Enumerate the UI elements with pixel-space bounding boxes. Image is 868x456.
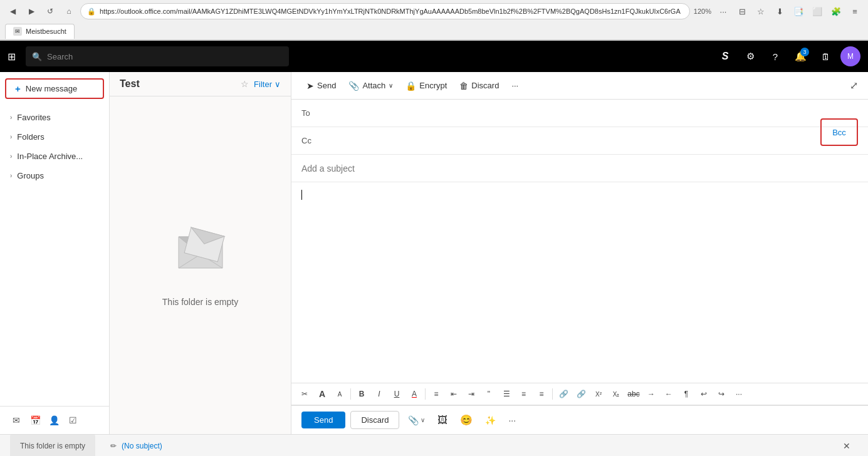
magic-button[interactable]: ✨: [481, 413, 499, 428]
indent-button[interactable]: ⇥: [463, 386, 479, 402]
bookmark-star-icon[interactable]: ☆: [753, 3, 769, 19]
refresh-button[interactable]: ↺: [43, 4, 58, 19]
empty-folder-area: This folder is empty: [110, 96, 291, 434]
bold-button[interactable]: B: [353, 386, 370, 402]
filter-button[interactable]: Filter ∨: [254, 80, 281, 89]
underline-button[interactable]: U: [389, 386, 405, 402]
pocket-icon[interactable]: ⊟: [734, 3, 750, 19]
outdent-button[interactable]: ⇤: [446, 386, 462, 402]
show-formatting-button[interactable]: ¶: [678, 386, 694, 402]
app-grid-icon[interactable]: ⊞: [8, 51, 16, 63]
discard-button[interactable]: Discard: [350, 411, 399, 429]
address-bar[interactable]: 🔒 https://outlook.office.com/mail/AAMkAG…: [80, 3, 690, 19]
calendar-nav-icon[interactable]: 📅: [26, 412, 44, 429]
send-more-button[interactable]: ···: [505, 413, 520, 428]
format-toolbar: ✂ A A B I U A ≡ ⇤ ⇥ " ☰ ≡ ≡: [291, 383, 868, 405]
magic-icon: ✨: [485, 415, 496, 425]
align-right-button[interactable]: ≡: [533, 386, 550, 402]
app-topbar: ⊞ 🔍 S ⚙ ? 🔔 3 🗓 M: [0, 41, 868, 72]
compose-form: To Cc Bcc: [291, 100, 868, 434]
window-manager-icon[interactable]: ⬜: [809, 3, 825, 19]
filter-chevron-icon: ∨: [275, 80, 281, 89]
search-bar[interactable]: 🔍: [26, 46, 289, 66]
subject-field[interactable]: [291, 155, 868, 182]
more-icon: ···: [511, 81, 518, 90]
new-message-button[interactable]: + New message: [5, 78, 104, 99]
sidebar-item-inplace-archive[interactable]: › In-Place Archive...: [0, 147, 109, 166]
mail-nav-icon[interactable]: ✉: [8, 412, 25, 429]
to-input[interactable]: [325, 108, 858, 118]
bcc-button[interactable]: Bcc: [820, 118, 858, 146]
italic-button[interactable]: I: [371, 386, 387, 402]
settings-icon[interactable]: ⚙: [740, 46, 760, 66]
tasks-nav-icon[interactable]: ☑: [64, 412, 81, 429]
expand-compose-button[interactable]: ⤢: [850, 80, 858, 91]
calendar-icon[interactable]: 🗓: [815, 46, 835, 66]
sidebar-item-favorites[interactable]: › Favorites: [0, 108, 109, 127]
notification-bell-icon[interactable]: 🔔 3: [790, 46, 810, 66]
help-icon[interactable]: ?: [765, 46, 785, 66]
cc-field[interactable]: Cc: [291, 127, 868, 155]
app-container: ⊞ 🔍 S ⚙ ? 🔔 3 🗓 M + New message: [0, 41, 868, 456]
extension-icon[interactable]: 🧩: [828, 3, 844, 19]
browser-more-icon[interactable]: ···: [715, 3, 731, 19]
compose-panel: ➤ Send 📎 Attach ∨ 🔒 Encrypt 🗑 Discard: [291, 72, 868, 434]
send-toolbar-label: Send: [317, 81, 336, 90]
attach-file-button[interactable]: 📎 ∨: [404, 413, 429, 428]
rtl-button[interactable]: ←: [661, 386, 677, 402]
sidebar-item-label: In-Place Archive...: [17, 152, 99, 161]
skype-icon[interactable]: S: [715, 46, 735, 66]
to-field[interactable]: To: [291, 100, 868, 127]
back-button[interactable]: ◀: [5, 4, 20, 19]
body-cursor: [301, 190, 302, 200]
cc-input[interactable]: [325, 136, 858, 145]
font-size-decrease-button[interactable]: A: [332, 386, 348, 402]
status-compose-info: ✏ (No subject) ✕: [103, 441, 858, 451]
align-left-button[interactable]: ≡: [428, 386, 444, 402]
forward-button[interactable]: ▶: [24, 4, 39, 19]
insert-link-button[interactable]: 🔗: [555, 386, 572, 402]
emoji-button[interactable]: 😊: [456, 412, 476, 428]
remove-link-button[interactable]: 🔗: [573, 386, 589, 402]
subscript-button[interactable]: X₂: [608, 386, 624, 402]
sidebar-item-folders[interactable]: › Folders: [0, 127, 109, 147]
more-toolbar-button[interactable]: ···: [506, 78, 523, 93]
avatar[interactable]: M: [840, 46, 860, 66]
font-size-increase-button[interactable]: A: [314, 386, 330, 402]
insert-image-button[interactable]: 🖼: [434, 412, 451, 428]
discard-toolbar-button[interactable]: 🗑 Discard: [454, 78, 504, 93]
home-button[interactable]: ⌂: [61, 4, 76, 19]
encrypt-toolbar-button[interactable]: 🔒 Encrypt: [400, 78, 452, 93]
send-button[interactable]: Send: [301, 412, 345, 428]
sidebar: + New message › Favorites › Folders › In…: [0, 72, 110, 434]
reading-list-icon[interactable]: 📑: [790, 3, 807, 19]
close-compose-status-button[interactable]: ✕: [843, 441, 850, 451]
send-toolbar-button[interactable]: ➤ Send: [301, 78, 341, 93]
download-icon[interactable]: ⬇: [771, 3, 788, 19]
topbar-icons: S ⚙ ? 🔔 3 🗓 M: [715, 46, 860, 66]
redo-button[interactable]: ↪: [713, 386, 729, 402]
encrypt-icon: 🔒: [405, 81, 416, 91]
sidebar-item-groups[interactable]: › Groups: [0, 166, 109, 185]
search-input[interactable]: [47, 52, 283, 61]
plus-icon: +: [15, 83, 21, 94]
folder-star-icon[interactable]: ☆: [241, 79, 249, 89]
more-format-button[interactable]: ···: [731, 386, 747, 402]
menu-icon[interactable]: ≡: [847, 3, 863, 19]
people-nav-icon[interactable]: 👤: [45, 412, 63, 429]
superscript-button[interactable]: X²: [590, 386, 607, 402]
attach-toolbar-button[interactable]: 📎 Attach ∨: [343, 78, 398, 93]
strikethrough-button[interactable]: abc: [625, 386, 642, 402]
compose-body[interactable]: [291, 182, 868, 383]
browser-tab[interactable]: ✉ Meistbesucht: [5, 24, 75, 39]
empty-folder-text: This folder is empty: [162, 297, 238, 307]
ltr-button[interactable]: →: [643, 386, 659, 402]
align-center-button[interactable]: ≡: [516, 386, 532, 402]
clear-format-button[interactable]: ✂: [296, 386, 313, 402]
fields-area: To Cc Bcc: [291, 100, 868, 155]
undo-button[interactable]: ↩: [696, 386, 712, 402]
align-left2-button[interactable]: ☰: [498, 386, 515, 402]
blockquote-button[interactable]: ": [481, 386, 497, 402]
subject-input[interactable]: [301, 163, 858, 174]
font-color-button[interactable]: A: [406, 386, 422, 402]
